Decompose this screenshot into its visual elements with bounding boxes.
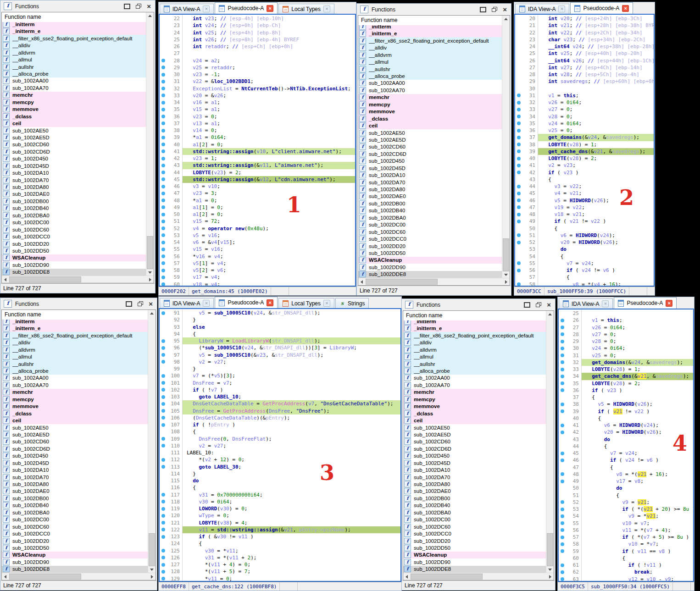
function-row[interactable]: fsub_1002CD6D [2,445,148,452]
code-line[interactable]: 27 [160,50,355,57]
breakpoint-gutter[interactable] [160,261,167,265]
code-line[interactable]: 59 v17 = v4; [160,274,355,281]
tab-local-types[interactable]: Local Types× [278,298,334,308]
breakpoint-gutter[interactable] [160,521,167,525]
function-row[interactable]: fsub_1002D450 [2,453,148,459]
function-row[interactable]: fsub_1002AE5D [403,431,546,438]
code-line[interactable]: 114 } [160,470,400,477]
code-line[interactable]: 26 int retaddr; // [esp+Ch] [ebp+0h] [160,43,355,50]
code-line[interactable]: 127 *(v11 + 4) = 0; [160,561,400,568]
function-row[interactable]: f__allmul [403,353,546,360]
breakpoint-gutter[interactable] [160,444,167,447]
scroll-track[interactable] [502,22,510,271]
code-line[interactable]: 60 { [559,555,693,562]
function-row[interactable]: fsub_1002DD50 [2,247,146,254]
code-line[interactable]: 21 int v21; // [esp+28h] [ebp-38h] BYREF [515,22,654,29]
function-row[interactable]: f__filter_x86_sse2_floating_point_except… [2,332,148,339]
breakpoint-gutter[interactable] [160,94,167,97]
maximize-button[interactable] [124,4,130,9]
breakpoint-gutter[interactable] [160,192,167,195]
function-row[interactable]: fWSACleanup [2,254,146,261]
breakpoint-gutter[interactable] [515,261,522,265]
code-line[interactable]: 91 v5 = sub_10005C10(v24, &str_DNSAPI_dl… [160,309,400,316]
breakpoint-gutter[interactable] [559,536,566,539]
function-row[interactable]: fsub_1002DC60 [358,228,502,235]
function-row[interactable]: fsub_1002DD50 [2,544,148,551]
scroll-right-icon[interactable] [147,276,154,283]
function-row[interactable]: f_dclass [358,115,502,122]
breakpoint-gutter[interactable] [559,480,566,483]
function-row[interactable]: fsub_1002DD20 [403,537,546,544]
function-row[interactable]: f__alloca_probe [2,70,146,77]
function-row[interactable]: fsub_1002AE5D [358,136,502,143]
breakpoint-gutter[interactable] [559,472,566,476]
function-name-column-header[interactable]: Function name [2,310,156,320]
breakpoint-gutter[interactable] [160,276,167,279]
breakpoint-gutter[interactable] [160,563,167,567]
code-line[interactable]: 97 v5 = sub_10005C10(&v23, &str_DNSAPI_d… [160,352,400,359]
function-row[interactable]: fsub_1002DC00 [358,221,502,228]
function-row[interactable]: f__aullshr [2,360,148,367]
code-line[interactable]: 62 break; [559,569,693,575]
code-line[interactable]: 35 v15 = a1; [160,106,355,113]
breakpoint-gutter[interactable] [160,233,167,237]
breakpoint-gutter[interactable] [559,353,566,357]
code-line[interactable]: 100 v7 = (*v5)[3]; [160,372,400,379]
function-row[interactable]: fsub_1002DB40 [2,205,146,212]
code-line[interactable]: 41 v2 = v23; [515,162,654,169]
function-row[interactable]: fsub_1002AE50 [358,129,502,136]
code-line[interactable]: 41 std::wstring::assign(v10, L"client.ai… [160,148,355,155]
vertical-scrollbar[interactable] [502,16,510,278]
code-line[interactable]: 123 if ( &v30 != v11 ) [160,533,400,540]
code-line[interactable]: 126 v31 = *(v11 + 2); [160,554,400,561]
breakpoint-gutter[interactable] [160,528,167,531]
code-line[interactable]: 25 int v26; // [esp+8h] [ebp-4h] BYREF [160,36,355,43]
code-line[interactable]: 33 LOBYTE(v28) = 1; [559,366,693,373]
breakpoint-gutter[interactable] [515,205,522,209]
function-row[interactable]: fsub_1002DA70 [358,179,502,186]
breakpoint-gutter[interactable] [160,269,167,272]
code-line[interactable]: 109 DnsFree(0, DnsFreeFlat); [160,436,400,442]
code-line[interactable]: 119 LOWORD(v30) = 0; [160,505,400,512]
code-line[interactable]: 60 v18 = v4; [160,281,355,286]
code-line[interactable]: 50 a1[2] = 0; [160,211,355,218]
function-row[interactable]: fWSACleanup [403,552,546,558]
code-line[interactable]: 95 LibraryW = LoadLibraryW(str_DNSAPI_dl… [160,337,400,344]
breakpoint-gutter[interactable] [160,507,167,511]
tab-close-icon[interactable]: × [267,299,273,306]
code-line[interactable]: 96 (*sub_10005C10(v24, &str_DNSAPI_dll))… [160,344,400,351]
code-line[interactable]: 31 v1 = this; [515,92,654,99]
tab-ida-view-a[interactable]: IDA View-A× [559,298,613,309]
function-row[interactable]: fsub_1002DD20 [2,240,146,247]
code-line[interactable]: 104 DnsGetCacheDataTable = GetProcAddres… [160,400,400,407]
breakpoint-gutter[interactable] [160,115,167,118]
breakpoint-gutter[interactable] [160,465,167,469]
function-row[interactable]: f_dclass [403,410,546,417]
scroll-left-icon[interactable] [2,276,9,283]
code-line[interactable]: 45 std::wstring::assign(&v12, L"cdn.aimw… [160,176,355,183]
function-name-column-header[interactable]: Function name [358,16,510,25]
code-line[interactable]: 51 v6 = HIDWORD(v24); [515,232,654,239]
code-line[interactable]: 99 } [160,365,400,372]
code-line[interactable]: 47 v23 = 3; [160,190,355,197]
breakpoint-gutter[interactable] [559,431,566,434]
code-line[interactable]: 43 std::wstring::assign(&v11, L"aimware.… [160,162,355,169]
breakpoint-gutter[interactable] [160,213,167,216]
code-line[interactable]: 40 a1[2] = 0; [160,141,355,148]
breakpoint-gutter[interactable] [515,149,522,153]
code-line[interactable]: 39 get_cache_dns(&v21, &savedregs); [515,148,654,155]
scroll-right-icon[interactable] [503,278,510,285]
breakpoint-gutter[interactable] [160,388,167,392]
breakpoint-gutter[interactable] [160,556,167,559]
breakpoint-gutter[interactable] [515,115,522,118]
code-line[interactable]: 106 (DnsGetCacheDataTable)(&pEntry); [160,414,400,421]
function-row[interactable]: fsub_1002AA00 [2,375,148,381]
code-line[interactable]: 118 v30 = 0i64; [160,498,400,505]
breakpoint-gutter[interactable] [160,254,167,258]
code-line[interactable]: 117 v31 = 0x700000000i64; [160,492,400,498]
code-line[interactable]: 42 v23 = 1; [160,155,355,162]
breakpoint-gutter[interactable] [160,199,167,202]
function-row[interactable]: fsub_1002DD20 [2,537,148,544]
function-row[interactable]: fsub_1002DAE0 [2,488,148,495]
code-line[interactable]: 110 v2 = v27; [160,442,400,449]
